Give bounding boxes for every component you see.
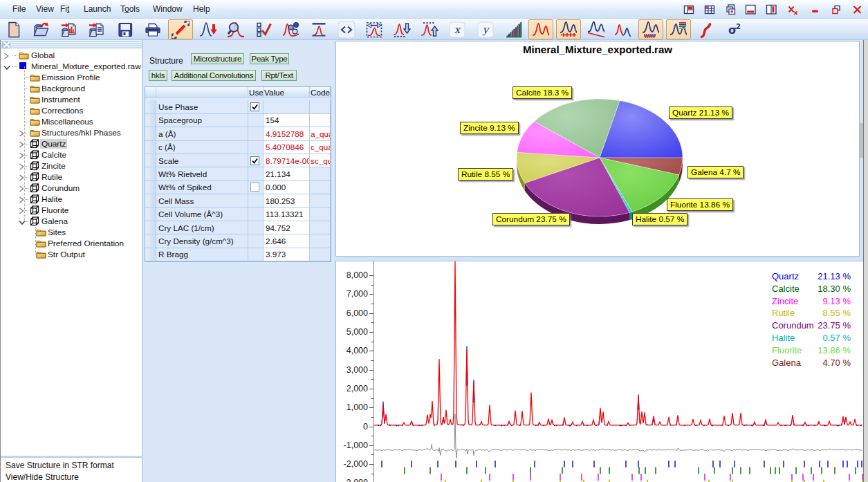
checkbox-unchecked[interactable] xyxy=(250,183,259,192)
param-row-header[interactable] xyxy=(145,234,156,248)
param-row-header[interactable] xyxy=(145,100,156,113)
param-value[interactable]: 8.79714e-00 xyxy=(264,154,310,167)
param-row-header[interactable] xyxy=(145,208,156,221)
show-ticks-icon[interactable] xyxy=(638,19,663,39)
param-row-header[interactable] xyxy=(145,127,156,140)
tree-item-corundum[interactable]: Corundum xyxy=(1,183,142,194)
tree-item-str-output[interactable]: Str Output xyxy=(1,249,142,260)
panel-gripper[interactable] xyxy=(1,40,142,49)
chevron-down-icon[interactable] xyxy=(3,63,10,70)
param-row-header[interactable] xyxy=(145,141,156,154)
param-row-header[interactable] xyxy=(145,154,156,167)
scurve-icon[interactable] xyxy=(693,19,718,39)
structure-peak-icon[interactable] xyxy=(279,19,304,39)
tree-item-global[interactable]: Global xyxy=(1,50,142,61)
tree-item-galena[interactable]: Galena xyxy=(1,216,142,227)
show-difference-icon[interactable] xyxy=(556,19,581,39)
param-row-header[interactable] xyxy=(145,167,156,180)
checkbox-checked[interactable] xyxy=(250,156,259,165)
tree-item-zincite[interactable]: Zincite xyxy=(1,160,142,172)
param-code[interactable]: sc_qu xyxy=(310,154,331,167)
tree-item-sites[interactable]: Sites xyxy=(1,227,142,238)
param-code[interactable] xyxy=(310,167,331,180)
param-value[interactable]: 4.9152788 xyxy=(264,127,310,140)
scrollbar-thumb[interactable] xyxy=(860,123,863,158)
param-value[interactable]: 21.134 xyxy=(264,167,310,180)
param-row-header[interactable] xyxy=(145,181,156,194)
close-all-icon[interactable] xyxy=(785,3,800,16)
save-icon[interactable] xyxy=(113,19,138,39)
peak-export-icon[interactable] xyxy=(196,19,221,39)
pie-chart-panel[interactable]: Mineral_Mixture_exported.raw Calcite 18.… xyxy=(335,41,860,257)
param-value[interactable] xyxy=(264,100,310,113)
zoom-range-icon[interactable] xyxy=(362,19,387,39)
cascade-windows-icon[interactable] xyxy=(723,3,738,16)
fit-wrench-icon[interactable] xyxy=(168,19,193,39)
param-code[interactable]: c_qua xyxy=(310,141,331,154)
split-horizontal-icon[interactable] xyxy=(743,3,758,16)
panel-close-button[interactable] xyxy=(2,41,10,48)
param-tab-additional-convolutions[interactable]: Additional Convolutions xyxy=(172,70,256,81)
sigma-squared-icon[interactable]: σ2 xyxy=(721,19,746,39)
param-value[interactable]: 0.000 xyxy=(264,181,310,194)
param-code[interactable] xyxy=(310,194,331,207)
x-axis-icon[interactable]: x xyxy=(445,19,470,39)
close-icon[interactable] xyxy=(849,3,865,16)
tree-item-miscellaneous[interactable]: Miscellaneous xyxy=(1,116,142,127)
print-icon[interactable] xyxy=(140,19,165,39)
shift-up-icon[interactable] xyxy=(417,19,442,39)
tree-item-calcite[interactable]: Calcite xyxy=(1,149,142,160)
tree-item-emission-profile[interactable]: Emission Profile xyxy=(1,72,142,83)
param-code[interactable] xyxy=(310,208,331,221)
chevron-right-icon[interactable] xyxy=(3,52,10,59)
param-value[interactable]: 113.13321 xyxy=(264,208,310,221)
tree-item-structures-hkl-phases[interactable]: Structures/hkl Phases xyxy=(1,127,142,138)
tree-item-halite[interactable]: Halite xyxy=(1,194,142,205)
tile-panes-icon[interactable] xyxy=(681,3,696,16)
tree-item-background[interactable]: Background xyxy=(1,83,142,94)
import-file-icon[interactable] xyxy=(84,19,109,39)
tree-item-fluorite[interactable]: Fluorite xyxy=(1,205,142,216)
param-value[interactable]: 180.253 xyxy=(264,194,310,207)
shift-down-icon[interactable] xyxy=(389,19,414,39)
param-value[interactable]: 2.646 xyxy=(264,234,310,248)
param-code[interactable] xyxy=(310,114,331,127)
param-row-header[interactable] xyxy=(145,248,156,261)
tree-item-rutile[interactable]: Rutile xyxy=(1,172,142,183)
param-code[interactable] xyxy=(310,234,331,248)
import-data-icon[interactable] xyxy=(57,19,82,39)
tree-item-quartz[interactable]: Quartz xyxy=(1,138,142,149)
grid-icon[interactable] xyxy=(702,3,717,16)
tree-item-instrument[interactable]: Instrument xyxy=(1,94,142,105)
show-calc-icon[interactable] xyxy=(528,19,553,39)
minimize-icon[interactable] xyxy=(807,3,822,16)
y-axis-icon[interactable]: y xyxy=(473,19,498,39)
zoom-peak-icon[interactable] xyxy=(223,19,248,39)
diffraction-chart-panel[interactable]: -3,000-2,000-1,00001,0002,0003,0004,0005… xyxy=(335,261,863,482)
show-background-icon[interactable] xyxy=(584,19,609,39)
peak-range-icon[interactable] xyxy=(306,19,331,39)
param-value[interactable]: 5.4070846 xyxy=(264,141,310,154)
param-code[interactable]: a_qua xyxy=(310,127,331,140)
param-tab-peak-type[interactable]: Peak Type xyxy=(250,53,289,64)
param-code[interactable] xyxy=(310,181,331,194)
open-file-icon[interactable] xyxy=(29,19,54,39)
param-code[interactable] xyxy=(310,100,331,113)
param-row-header[interactable] xyxy=(145,221,156,234)
param-row-header[interactable] xyxy=(145,194,156,207)
code-editor-icon[interactable] xyxy=(334,19,359,39)
restore-icon[interactable] xyxy=(829,3,844,16)
ramp-bars-icon[interactable] xyxy=(501,19,526,39)
param-value[interactable]: 154 xyxy=(264,114,310,127)
param-value[interactable]: 94.752 xyxy=(264,221,310,234)
param-tab-rpt-text[interactable]: Rpt/Text xyxy=(261,70,297,81)
new-file-icon[interactable] xyxy=(1,19,26,39)
param-code[interactable] xyxy=(310,221,331,234)
param-code[interactable] xyxy=(310,248,331,261)
tree-item-preferred-orientation[interactable]: Preferred Orientation xyxy=(1,238,142,249)
split-vertical-icon[interactable] xyxy=(764,3,779,16)
tree-item-mineral-mixture-exported-raw[interactable]: Mineral_Mixture_exported.raw xyxy=(1,61,142,72)
param-tab-hkls[interactable]: hkls xyxy=(149,70,167,81)
checkbox-checked[interactable] xyxy=(250,102,259,111)
param-value[interactable]: 3.973 xyxy=(264,248,310,261)
